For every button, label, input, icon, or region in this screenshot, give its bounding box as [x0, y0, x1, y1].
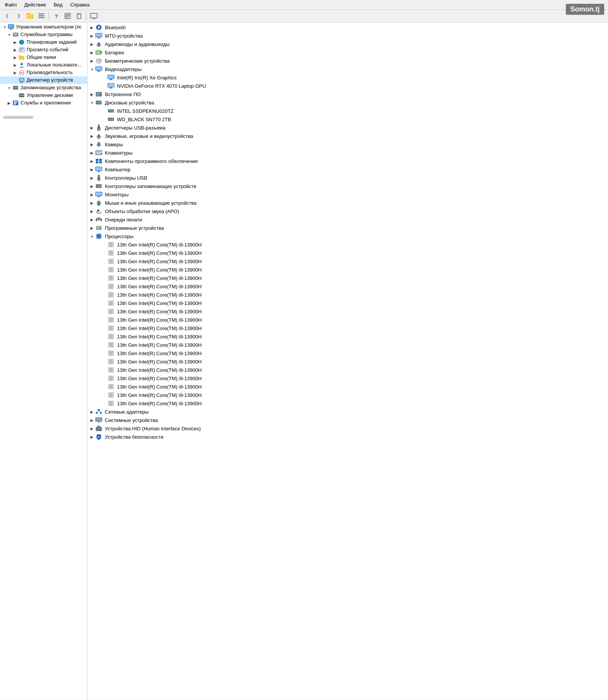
usb-ctrl-label: Контроллеры USB — [105, 175, 147, 181]
svg-rect-54 — [98, 43, 100, 46]
svg-rect-63 — [97, 71, 101, 72]
device-cpu[interactable]: ▾ Процессоры — [87, 232, 608, 240]
device-cpu-core-6[interactable]: ▶ 13th Gen Intel(R) Core(TM) i9-13900H — [87, 282, 608, 291]
device-usb-hub[interactable]: ▶ Диспетчеры USB-разъема — [87, 123, 608, 132]
device-print[interactable]: ▶ Очереди печати — [87, 215, 608, 224]
device-keyboard[interactable]: ▶ Клавиатуры — [87, 149, 608, 157]
device-storage-ctrl[interactable]: ▶ Контроллеры запоминающих устройств — [87, 182, 608, 190]
device-cpu-core-9[interactable]: ▶ 13th Gen Intel(R) Core(TM) i9-13900H — [87, 307, 608, 316]
folder-button[interactable] — [25, 11, 35, 21]
device-cpu-core-5[interactable]: ▶ 13th Gen Intel(R) Core(TM) i9-13900H — [87, 274, 608, 282]
gpu-label: Видеоадаптеры — [105, 66, 142, 72]
device-hid[interactable]: ▶ Устройства HID (Human Interface Device… — [87, 424, 608, 433]
computer-label: Компьютер — [105, 167, 130, 172]
device-iris[interactable]: ▶ Intel(R) Iris(R) Xe Graphics — [87, 73, 608, 82]
back-button[interactable] — [2, 11, 12, 21]
print-icon — [95, 217, 103, 222]
device-cpu-core-19[interactable]: ▶ 13th Gen Intel(R) Core(TM) i9-13900H — [87, 391, 608, 399]
device-cpu-core-2[interactable]: ▶ 13th Gen Intel(R) Core(TM) i9-13900H — [87, 249, 608, 257]
network-icon — [95, 409, 103, 414]
sidebar-item-utilities[interactable]: ▾ Служебные программы — [0, 31, 87, 38]
sidebar-item-storage[interactable]: ▾ Запоминающие устройства — [0, 84, 87, 92]
network-label: Сетевые адаптеры — [105, 409, 149, 415]
mtd-label: MTD-устройства — [105, 33, 142, 39]
device-apo[interactable]: ▶ Объекты обработки звука (APO) — [87, 207, 608, 215]
device-system[interactable]: ▶ Системные устройства — [87, 416, 608, 424]
device-monitor[interactable]: ▶ Мониторы — [87, 190, 608, 199]
device-software-component[interactable]: ▶ Компоненты программного обеспечения — [87, 157, 608, 165]
sidebar-item-sharedfolders[interactable]: ▶ Общие папки — [0, 54, 87, 61]
device-camera[interactable]: ▶ Камеры — [87, 140, 608, 149]
device-usb-ctrl[interactable]: ▶ Контроллеры USB — [87, 174, 608, 182]
sidebar-item-diskmgmt[interactable]: ▶ Управление дисками — [0, 92, 87, 99]
device-battery[interactable]: ▶ Батареи — [87, 48, 608, 57]
device-sound[interactable]: ▶ Звуковые, игровые и видеоустройства — [87, 132, 608, 140]
system-icon — [95, 417, 103, 423]
device-cpu-core-10[interactable]: ▶ 13th Gen Intel(R) Core(TM) i9-13900H — [87, 316, 608, 324]
svg-rect-71 — [109, 88, 113, 88]
core-icon-8 — [107, 300, 115, 306]
device-cpu-core-16[interactable]: ▶ 13th Gen Intel(R) Core(TM) i9-13900H — [87, 366, 608, 374]
device-cpu-core-4[interactable]: ▶ 13th Gen Intel(R) Core(TM) i9-13900H — [87, 265, 608, 274]
device-cpu-core-3[interactable]: ▶ 13th Gen Intel(R) Core(TM) i9-13900H — [87, 257, 608, 265]
view-button[interactable] — [36, 11, 46, 21]
svg-rect-103 — [96, 161, 98, 163]
sidebar-item-devicemgr[interactable]: ▶ Диспетчер устройств — [0, 76, 87, 84]
menu-action[interactable]: Действие — [23, 1, 48, 8]
sidebar-item-localusers[interactable]: ▶ Локальные пользовате... — [0, 61, 87, 69]
sidebar-item-performance[interactable]: ▶ Производительность — [0, 69, 87, 76]
device-intel-ssd[interactable]: ▶ INTEL SSDPEKNU020TZ — [87, 107, 608, 115]
menu-view[interactable]: Вид — [52, 1, 64, 8]
device-cpu-core-8[interactable]: ▶ 13th Gen Intel(R) Core(TM) i9-13900H — [87, 299, 608, 307]
sidebar-item-taskscheduler[interactable]: ▶ Планировщик заданий — [0, 38, 87, 46]
device-gpu[interactable]: ▾ Видеоадаптеры — [87, 65, 608, 73]
diskmgmt-icon — [18, 93, 25, 98]
localusers-label: Локальные пользовате... — [27, 62, 81, 68]
forward-button[interactable] — [14, 11, 24, 21]
device-nvidia[interactable]: ▶ NVIDIA GeForce RTX 4070 Laptop GPU — [87, 82, 608, 90]
svg-point-40 — [16, 87, 18, 88]
device-audio[interactable]: ▶ Аудиовходы и аудиовыходы — [87, 40, 608, 48]
sidebar-root[interactable]: ▾ Управление компьютером (лс — [0, 23, 87, 31]
mouse-chevron: ▶ — [89, 201, 95, 205]
menu-help[interactable]: Справка — [69, 1, 91, 8]
clipboard-button[interactable] — [74, 11, 84, 21]
device-cpu-core-11[interactable]: ▶ 13th Gen Intel(R) Core(TM) i9-13900H — [87, 324, 608, 332]
sidebar-item-services[interactable]: ▶ Службы и приложения — [0, 99, 87, 107]
performance-icon — [18, 70, 25, 75]
menu-file[interactable]: Файл — [3, 1, 18, 8]
taskscheduler-label: Планировщик заданий — [27, 40, 77, 45]
device-bluetooth[interactable]: ▶ Bluetooth — [87, 23, 608, 32]
device-biometric[interactable]: ▶ Биометрические устройства — [87, 57, 608, 65]
device-wd[interactable]: ▶ WD_BLACK SN770 2TB — [87, 115, 608, 123]
help-button[interactable]: ? — [51, 11, 61, 21]
device-mtd[interactable]: ▶ MTD-устройства — [87, 32, 608, 40]
device-cpu-core-18[interactable]: ▶ 13th Gen Intel(R) Core(TM) i9-13900H — [87, 382, 608, 391]
device-cpu-core-13[interactable]: ▶ 13th Gen Intel(R) Core(TM) i9-13900H — [87, 341, 608, 349]
device-security[interactable]: ▶ Устройства безопасности — [87, 433, 608, 441]
sidebar-item-eventviewer[interactable]: ▶ Просмотр событий — [0, 46, 87, 54]
properties-button[interactable] — [63, 11, 73, 21]
device-mouse[interactable]: ▶ Мыши и иные указывающие устройства — [87, 199, 608, 207]
device-cpu-core-1[interactable]: ▶ 13th Gen Intel(R) Core(TM) i9-13900H — [87, 240, 608, 249]
device-cpu-core-7[interactable]: ▶ 13th Gen Intel(R) Core(TM) i9-13900H — [87, 291, 608, 299]
device-cpu-core-17[interactable]: ▶ 13th Gen Intel(R) Core(TM) i9-13900H — [87, 374, 608, 382]
svg-rect-78 — [97, 102, 100, 103]
device-network[interactable]: ▶ Сетевые адаптеры — [87, 408, 608, 416]
device-computer[interactable]: ▶ Компьютер — [87, 165, 608, 174]
core-label-14: 13th Gen Intel(R) Core(TM) i9-13900H — [117, 351, 202, 356]
wd-label: WD_BLACK SN770 2TB — [117, 117, 171, 122]
sidebar-scrollbar[interactable] — [3, 116, 33, 119]
device-cpu-core-20[interactable]: ▶ 13th Gen Intel(R) Core(TM) i9-13900H — [87, 399, 608, 408]
device-cpu-core-14[interactable]: ▶ 13th Gen Intel(R) Core(TM) i9-13900H — [87, 349, 608, 357]
device-firmware[interactable]: ▶ Встроенное ПО — [87, 90, 608, 98]
device-cpu-core-12[interactable]: ▶ 13th Gen Intel(R) Core(TM) i9-13900H — [87, 332, 608, 341]
devicemgr-label: Диспетчер устройств — [27, 77, 73, 83]
device-cpu-core-15[interactable]: ▶ 13th Gen Intel(R) Core(TM) i9-13900H — [87, 357, 608, 366]
device-disk[interactable]: ▾ Дисковые устройства — [87, 98, 608, 107]
svg-rect-104 — [99, 161, 102, 163]
device-software[interactable]: ▶ Программные устройства — [87, 224, 608, 232]
core-icon-19 — [107, 392, 115, 398]
svg-rect-2 — [27, 14, 33, 18]
monitor-button[interactable] — [89, 11, 99, 21]
